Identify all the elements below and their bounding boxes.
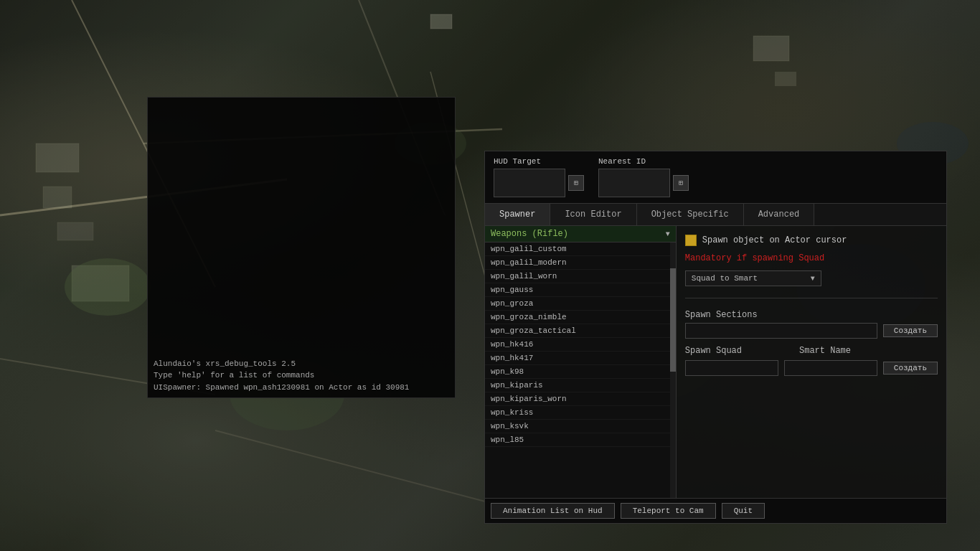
nearest-id-section: Nearest ID ⊞: [598, 157, 689, 197]
nearest-id-button[interactable]: ⊞: [673, 175, 689, 191]
spawn-object-row: Spawn object on Actor cursor: [685, 235, 938, 246]
animation-list-button[interactable]: Animation List on Hud: [491, 503, 615, 519]
spawn-sections-container: Spawn Sections Создать: [685, 310, 938, 339]
weapon-item[interactable]: wpn_kiparis_worn: [485, 392, 670, 406]
hud-target-label: HUD Target: [494, 157, 584, 166]
main-content: Weapons (Rifle) ▼ wpn_galil_custom wpn_g…: [485, 226, 946, 501]
spawn-squad-labels: Spawn Squad Smart Name: [685, 346, 938, 356]
tabs-bar: Spawner Icon Editor Object Specific Adva…: [485, 204, 946, 226]
weapon-item[interactable]: wpn_groza_tactical: [485, 324, 670, 338]
weapon-item[interactable]: wpn_k98: [485, 365, 670, 379]
nearest-id-label: Nearest ID: [598, 157, 689, 166]
console-panel: Alundaio's xrs_debug_tools 2.5 Type 'hel…: [147, 97, 456, 398]
weapons-panel: Weapons (Rifle) ▼ wpn_galil_custom wpn_g…: [485, 226, 677, 501]
create-sections-button[interactable]: Создать: [883, 324, 938, 337]
squad-to-smart-arrow-icon: ▼: [811, 275, 815, 283]
console-output: Alundaio's xrs_debug_tools 2.5 Type 'hel…: [148, 354, 455, 398]
mandatory-label: Mandatory if spawning Squad: [685, 253, 938, 263]
weapon-item[interactable]: wpn_galil_modern: [485, 256, 670, 270]
svg-rect-9: [57, 222, 93, 240]
squad-to-smart-text: Squad to Smart: [692, 274, 811, 283]
weapon-item[interactable]: wpn_l85: [485, 433, 670, 447]
teleport-to-cam-button[interactable]: Teleport to Cam: [621, 503, 716, 519]
svg-line-6: [215, 430, 488, 502]
weapon-item[interactable]: wpn_galil_custom: [485, 242, 670, 256]
spawn-sections-label: Spawn Sections: [685, 310, 938, 320]
svg-rect-7: [36, 143, 79, 172]
weapons-scrollbar-thumb: [670, 268, 676, 372]
hud-target-preview: [494, 169, 565, 197]
hud-target-button[interactable]: ⊞: [568, 175, 584, 191]
weapons-category-dropdown[interactable]: Weapons (Rifle) ▼: [485, 226, 676, 242]
weapon-item[interactable]: wpn_groza: [485, 297, 670, 311]
hud-panel: HUD Target ⊞ Nearest ID ⊞ Spawner Icon E…: [484, 151, 947, 524]
tab-object-specific[interactable]: Object Specific: [637, 204, 744, 225]
squad-to-smart-dropdown[interactable]: Squad to Smart ▼: [685, 270, 821, 286]
spawn-squad-container: Spawn Squad Smart Name Создать: [685, 346, 938, 376]
spawn-object-label: Spawn object on Actor cursor: [702, 235, 847, 245]
weapons-dropdown-arrow-icon: ▼: [666, 230, 670, 238]
create-squad-button[interactable]: Создать: [883, 362, 938, 375]
spawn-sections-input[interactable]: [685, 323, 877, 339]
weapon-item[interactable]: wpn_hk417: [485, 352, 670, 365]
tab-spawner[interactable]: Spawner: [485, 204, 550, 225]
weapon-item[interactable]: wpn_kriss: [485, 406, 670, 420]
hud-target-box: ⊞: [494, 169, 584, 197]
tab-icon-editor[interactable]: Icon Editor: [550, 204, 636, 225]
bottom-bar: Animation List on Hud Teleport to Cam Qu…: [485, 498, 946, 523]
hud-target-section: HUD Target ⊞: [494, 157, 584, 197]
spawn-object-checkbox[interactable]: [685, 235, 697, 246]
spawn-squad-input[interactable]: [685, 360, 778, 376]
svg-rect-12: [753, 36, 789, 61]
weapon-item[interactable]: wpn_ksvk: [485, 420, 670, 433]
hud-top-bar: HUD Target ⊞ Nearest ID ⊞: [485, 151, 946, 204]
smart-name-input[interactable]: [784, 360, 877, 376]
nearest-id-preview: [598, 169, 670, 197]
weapon-item[interactable]: wpn_gauss: [485, 283, 670, 297]
svg-rect-8: [43, 187, 72, 208]
spawn-squad-label: Spawn Squad: [685, 346, 742, 356]
quit-button[interactable]: Quit: [722, 503, 765, 519]
weapons-category-text: Weapons (Rifle): [491, 229, 666, 239]
nearest-id-box: ⊞: [598, 169, 689, 197]
spawn-squad-inputs: Создать: [685, 360, 938, 376]
weapon-item[interactable]: wpn_hk416: [485, 338, 670, 352]
tab-advanced[interactable]: Advanced: [744, 204, 815, 225]
spawner-right-panel: Spawn object on Actor cursor Mandatory i…: [677, 226, 946, 501]
weapons-scrollbar[interactable]: [670, 242, 676, 501]
smart-name-label: Smart Name: [799, 346, 851, 356]
divider-1: [685, 298, 938, 298]
console-line-2: Type 'help' for a list of commands: [154, 369, 449, 382]
weapon-item[interactable]: wpn_groza_nimble: [485, 311, 670, 324]
console-line-1: Alundaio's xrs_debug_tools 2.5: [154, 358, 449, 370]
svg-rect-13: [775, 72, 796, 86]
spawn-sections-row: Создать: [685, 323, 938, 339]
weapon-item[interactable]: wpn_galil_worn: [485, 270, 670, 283]
svg-point-14: [65, 258, 151, 316]
weapons-list[interactable]: wpn_galil_custom wpn_galil_modern wpn_ga…: [485, 242, 670, 501]
svg-rect-11: [430, 14, 452, 29]
weapon-item[interactable]: wpn_kiparis: [485, 379, 670, 392]
console-line-3: UISpawner: Spawned wpn_ash1230981 on Act…: [154, 382, 449, 394]
